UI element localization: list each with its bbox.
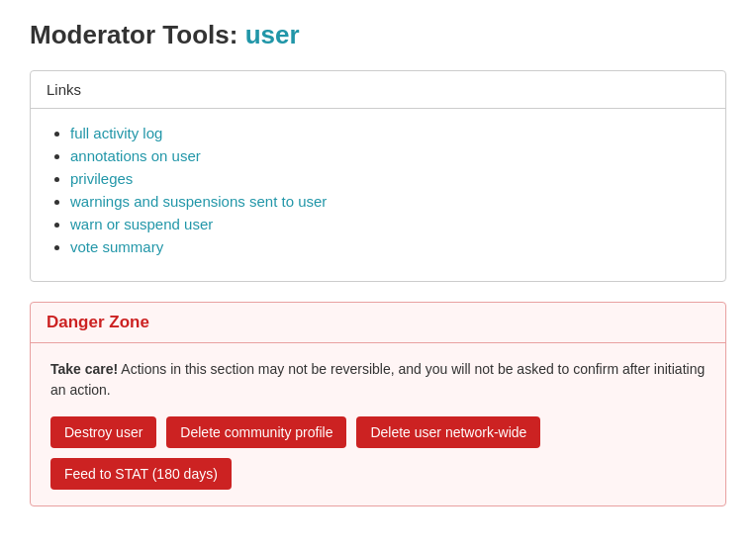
danger-zone-body: Take care! Actions in this section may n… bbox=[31, 343, 725, 505]
danger-zone-header: Danger Zone bbox=[31, 303, 725, 343]
danger-zone-warning-text: Actions in this section may not be rever… bbox=[50, 361, 705, 398]
link-item[interactable]: annotations on user bbox=[70, 147, 201, 164]
danger-zone-warning: Take care! Actions in this section may n… bbox=[50, 359, 706, 401]
list-item: privileges bbox=[70, 170, 706, 187]
links-list: full activity logannotations on userpriv… bbox=[50, 125, 706, 255]
page-title: Moderator Tools: user bbox=[30, 20, 726, 50]
links-section-body: full activity logannotations on userpriv… bbox=[31, 109, 725, 281]
links-section-header: Links bbox=[31, 71, 725, 109]
list-item: vote summary bbox=[70, 238, 706, 255]
page-title-prefix: Moderator Tools: bbox=[30, 20, 237, 49]
link-item[interactable]: full activity log bbox=[70, 125, 162, 141]
links-section: Links full activity logannotations on us… bbox=[30, 70, 726, 282]
danger-zone-section: Danger Zone Take care! Actions in this s… bbox=[30, 302, 726, 506]
danger-button[interactable]: Delete user network-wide bbox=[356, 416, 540, 448]
danger-button[interactable]: Destroy user bbox=[50, 416, 156, 448]
list-item: full activity log bbox=[70, 125, 706, 141]
danger-zone-warning-bold: Take care! bbox=[50, 361, 118, 377]
link-item[interactable]: vote summary bbox=[70, 238, 163, 255]
link-item[interactable]: warnings and suspensions sent to user bbox=[70, 193, 327, 210]
danger-zone-buttons: Destroy userDelete community profileDele… bbox=[50, 416, 706, 490]
danger-button[interactable]: Feed to STAT (180 days) bbox=[50, 458, 232, 490]
page-username: user bbox=[245, 20, 300, 49]
link-item[interactable]: warn or suspend user bbox=[70, 216, 213, 232]
danger-button[interactable]: Delete community profile bbox=[166, 416, 346, 448]
list-item: annotations on user bbox=[70, 147, 706, 164]
list-item: warn or suspend user bbox=[70, 216, 706, 232]
list-item: warnings and suspensions sent to user bbox=[70, 193, 706, 210]
link-item[interactable]: privileges bbox=[70, 170, 133, 187]
